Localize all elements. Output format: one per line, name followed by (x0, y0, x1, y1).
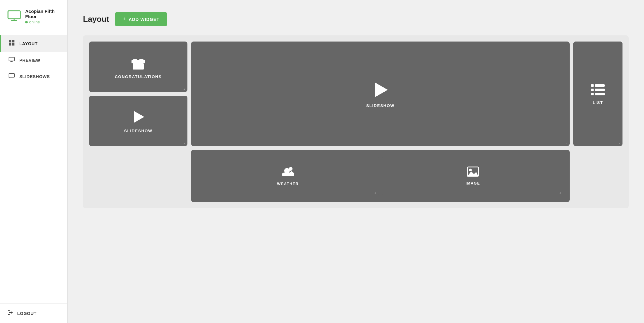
sidebar-logout: LOGOUT (0, 303, 67, 323)
list-icon (591, 83, 605, 97)
widget-list[interactable]: LIST ⌟ (573, 42, 622, 146)
widget-congratulations-label: CONGRATULATIONS (115, 74, 162, 79)
svg-rect-6 (12, 43, 14, 46)
widget-image-bottom-label: IMAGE (466, 181, 480, 185)
svg-marker-18 (375, 82, 388, 97)
resize-handle-weather[interactable]: ⌟ (375, 190, 376, 194)
sidebar-item-layout-label: LAYOUT (19, 41, 37, 46)
resize-handle-slideshow-main[interactable]: ⌟ (566, 141, 567, 144)
sidebar-item-preview-label: PREVIEW (19, 58, 40, 63)
status-label: online (29, 20, 40, 24)
preview-icon (8, 57, 15, 63)
svg-point-32 (469, 169, 472, 171)
add-widget-label: ADD WIDGET (129, 17, 159, 22)
svg-rect-28 (595, 93, 605, 95)
svg-rect-23 (591, 84, 594, 87)
widget-slideshow-bottom-label: SLIDESHOW (124, 129, 152, 133)
sidebar-item-slideshows-label: SLIDESHOWS (19, 74, 50, 79)
widget-list-label: LIST (593, 100, 603, 105)
svg-rect-3 (9, 40, 11, 42)
svg-rect-4 (12, 40, 14, 42)
image-icon-bottom (467, 166, 479, 178)
svg-rect-26 (595, 89, 605, 91)
svg-rect-10 (9, 74, 14, 77)
resize-handle-image-bottom[interactable]: ⌟ (560, 190, 561, 194)
play-icon-bottom (130, 109, 146, 125)
brand-text: Acopian Fifth Floor online (25, 9, 60, 24)
widget-weather-label: WEATHER (277, 182, 299, 186)
logout-icon (7, 310, 13, 317)
play-icon-main (371, 80, 390, 100)
sidebar-item-slideshows[interactable]: SLIDESHOWS (0, 68, 67, 85)
layout-canvas: CONGRATULATIONS ⌟ SLIDESHOW ⌟ IMAGE (83, 35, 629, 208)
widget-slideshow-bottom[interactable]: SLIDESHOW ⌟ (89, 96, 187, 146)
sidebar: Acopian Fifth Floor online LAYOUT (0, 0, 68, 323)
gift-icon (130, 55, 146, 71)
page-title: Layout (83, 14, 109, 24)
brand-name: Acopian Fifth Floor (25, 9, 60, 19)
svg-point-30 (289, 167, 293, 171)
svg-rect-0 (8, 11, 20, 19)
resize-handle-list[interactable]: ⌟ (618, 141, 620, 144)
svg-rect-24 (595, 84, 605, 87)
svg-rect-17 (132, 60, 145, 62)
svg-rect-27 (591, 93, 594, 95)
svg-rect-25 (591, 89, 594, 91)
add-widget-button[interactable]: + ADD WIDGET (115, 12, 167, 26)
widget-weather[interactable]: WEATHER ⌟ IMAGE ⌟ (191, 150, 570, 202)
brand-status: online (25, 20, 60, 24)
sidebar-item-preview[interactable]: PREVIEW (0, 52, 67, 68)
sidebar-nav: LAYOUT PREVIEW SLIDESHOWS (0, 32, 67, 303)
status-dot (25, 21, 28, 23)
svg-marker-22 (134, 111, 144, 123)
slideshows-icon (8, 73, 15, 80)
svg-rect-5 (9, 43, 11, 46)
resize-handle-slideshow-bottom[interactable]: ⌟ (183, 141, 185, 144)
widget-slideshow-main[interactable]: SLIDESHOW ⌟ (191, 42, 570, 146)
svg-rect-7 (9, 57, 14, 61)
sidebar-brand: Acopian Fifth Floor online (0, 0, 67, 32)
resize-handle[interactable]: ⌟ (183, 87, 185, 90)
main-content: Layout + ADD WIDGET CONGRATULATIONS ⌟ (68, 0, 644, 323)
logout-button[interactable]: LOGOUT (7, 310, 60, 317)
logout-label: LOGOUT (17, 311, 37, 316)
weather-icon (281, 166, 295, 179)
sidebar-item-layout[interactable]: LAYOUT (0, 35, 67, 52)
svg-marker-33 (467, 171, 478, 176)
widget-congratulations[interactable]: CONGRATULATIONS ⌟ (89, 42, 187, 92)
widget-slideshow-main-label: SLIDESHOW (366, 103, 395, 108)
main-header: Layout + ADD WIDGET (83, 12, 629, 26)
monitor-icon (7, 10, 21, 23)
layout-icon (8, 40, 15, 47)
plus-icon: + (123, 16, 126, 22)
